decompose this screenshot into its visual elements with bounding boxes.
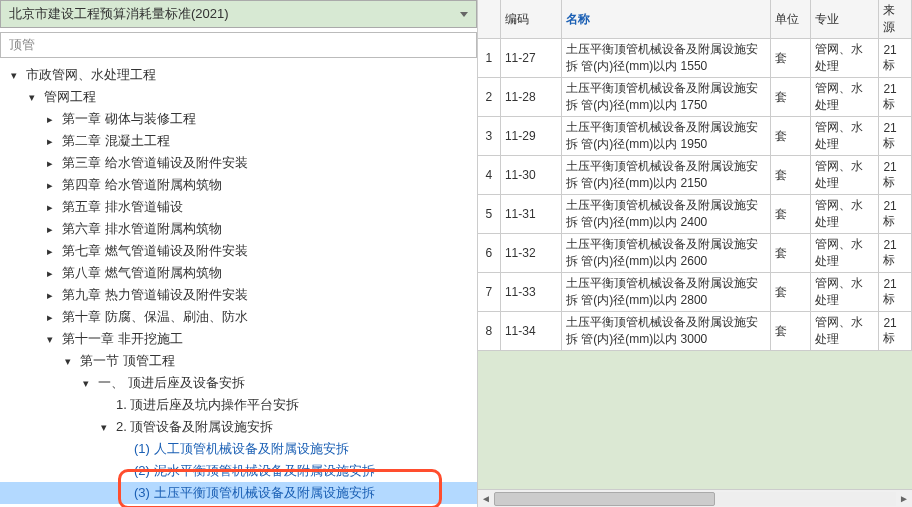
- tree-item[interactable]: ▸第十章 防腐、保温、刷油、防水: [0, 306, 477, 328]
- collapse-icon[interactable]: ▾: [62, 355, 74, 368]
- col-code[interactable]: 编码: [500, 0, 561, 39]
- expand-icon[interactable]: ▸: [44, 179, 56, 192]
- tree-item-label: 第一节 顶管工程: [78, 352, 177, 370]
- col-unit[interactable]: 单位: [770, 0, 811, 39]
- cell-idx: 8: [478, 312, 500, 351]
- cell-spec: 管网、水处理: [811, 273, 879, 312]
- collapse-icon[interactable]: ▾: [80, 377, 92, 390]
- expand-icon[interactable]: ▸: [44, 311, 56, 324]
- collapse-icon[interactable]: ▾: [26, 91, 38, 104]
- col-index[interactable]: [478, 0, 500, 39]
- search-input[interactable]: 顶管: [0, 32, 477, 58]
- tree-item[interactable]: (1) 人工顶管机械设备及附属设施安拆: [0, 438, 477, 460]
- expand-icon[interactable]: ▸: [44, 157, 56, 170]
- expand-icon[interactable]: ▸: [44, 267, 56, 280]
- expand-icon[interactable]: ▸: [44, 135, 56, 148]
- cell-spec: 管网、水处理: [811, 234, 879, 273]
- cell-name: 土压平衡顶管机械设备及附属设施安拆 管(内)径(mm)以内 1550: [561, 39, 770, 78]
- tree-item-label: 第十一章 非开挖施工: [60, 330, 185, 348]
- collapse-icon[interactable]: ▾: [98, 421, 110, 434]
- search-text: 顶管: [9, 36, 35, 54]
- tree-item[interactable]: ▸第九章 热力管道铺设及附件安装: [0, 284, 477, 306]
- results-table: 编码 名称 单位 专业 来源 111-27土压平衡顶管机械设备及附属设施安拆 管…: [478, 0, 912, 351]
- tree-item[interactable]: 1. 顶进后座及坑内操作平台安拆: [0, 394, 477, 416]
- table-row[interactable]: 711-33土压平衡顶管机械设备及附属设施安拆 管(内)径(mm)以内 2800…: [478, 273, 912, 312]
- cell-idx: 5: [478, 195, 500, 234]
- cell-name: 土压平衡顶管机械设备及附属设施安拆 管(内)径(mm)以内 2400: [561, 195, 770, 234]
- expand-icon[interactable]: ▸: [44, 289, 56, 302]
- tree-item[interactable]: (2) 泥水平衡顶管机械设备及附属设施安拆: [0, 460, 477, 482]
- cell-src: 21标: [879, 312, 912, 351]
- cell-spec: 管网、水处理: [811, 312, 879, 351]
- tree-item-label: 第八章 燃气管道附属构筑物: [60, 264, 224, 282]
- cell-idx: 2: [478, 78, 500, 117]
- tree-item[interactable]: ▾市政管网、水处理工程: [0, 64, 477, 86]
- standard-dropdown[interactable]: 北京市建设工程预算消耗量标准(2021): [0, 0, 477, 28]
- tree-item[interactable]: ▸第二章 混凝土工程: [0, 130, 477, 152]
- collapse-icon[interactable]: ▾: [44, 333, 56, 346]
- table-row[interactable]: 211-28土压平衡顶管机械设备及附属设施安拆 管(内)径(mm)以内 1750…: [478, 78, 912, 117]
- cell-spec: 管网、水处理: [811, 39, 879, 78]
- tree-item[interactable]: ▾2. 顶管设备及附属设施安拆: [0, 416, 477, 438]
- table-header-row: 编码 名称 单位 专业 来源: [478, 0, 912, 39]
- tree-item-label: 2. 顶管设备及附属设施安拆: [114, 418, 275, 436]
- tree-item[interactable]: (3) 土压平衡顶管机械设备及附属设施安拆: [0, 482, 477, 504]
- scroll-track[interactable]: [494, 492, 896, 506]
- tree-item-label: (2) 泥水平衡顶管机械设备及附属设施安拆: [132, 462, 377, 480]
- tree-item[interactable]: ▸第三章 给水管道铺设及附件安装: [0, 152, 477, 174]
- tree-item[interactable]: ▸第四章 给水管道附属构筑物: [0, 174, 477, 196]
- empty-area: [478, 351, 912, 489]
- tree-item[interactable]: ▸第七章 燃气管道铺设及附件安装: [0, 240, 477, 262]
- cell-spec: 管网、水处理: [811, 195, 879, 234]
- tree-item-label: 第一章 砌体与装修工程: [60, 110, 198, 128]
- col-src[interactable]: 来源: [879, 0, 912, 39]
- expand-icon[interactable]: ▸: [44, 201, 56, 214]
- cell-spec: 管网、水处理: [811, 78, 879, 117]
- table-row[interactable]: 811-34土压平衡顶管机械设备及附属设施安拆 管(内)径(mm)以内 3000…: [478, 312, 912, 351]
- cell-name: 土压平衡顶管机械设备及附属设施安拆 管(内)径(mm)以内 3000: [561, 312, 770, 351]
- col-spec[interactable]: 专业: [811, 0, 879, 39]
- tree-item-label: 第六章 排水管道附属构筑物: [60, 220, 224, 238]
- cell-unit: 套: [770, 156, 811, 195]
- tree-item[interactable]: ▸第八章 燃气管道附属构筑物: [0, 262, 477, 284]
- tree-item[interactable]: ▾管网工程: [0, 86, 477, 108]
- cell-unit: 套: [770, 39, 811, 78]
- cell-name: 土压平衡顶管机械设备及附属设施安拆 管(内)径(mm)以内 1750: [561, 78, 770, 117]
- cell-src: 21标: [879, 156, 912, 195]
- col-name[interactable]: 名称: [561, 0, 770, 39]
- tree-item[interactable]: ▾第一节 顶管工程: [0, 350, 477, 372]
- table-row[interactable]: 311-29土压平衡顶管机械设备及附属设施安拆 管(内)径(mm)以内 1950…: [478, 117, 912, 156]
- cell-name: 土压平衡顶管机械设备及附属设施安拆 管(内)径(mm)以内 1950: [561, 117, 770, 156]
- table-row[interactable]: 111-27土压平衡顶管机械设备及附属设施安拆 管(内)径(mm)以内 1550…: [478, 39, 912, 78]
- horizontal-scrollbar[interactable]: ◄ ►: [478, 489, 912, 507]
- table-row[interactable]: 511-31土压平衡顶管机械设备及附属设施安拆 管(内)径(mm)以内 2400…: [478, 195, 912, 234]
- expand-icon[interactable]: ▸: [44, 245, 56, 258]
- cell-src: 21标: [879, 78, 912, 117]
- cell-unit: 套: [770, 234, 811, 273]
- tree-item-label: 第九章 热力管道铺设及附件安装: [60, 286, 250, 304]
- tree-item[interactable]: ▸第一章 砌体与装修工程: [0, 108, 477, 130]
- cell-src: 21标: [879, 195, 912, 234]
- cell-name: 土压平衡顶管机械设备及附属设施安拆 管(内)径(mm)以内 2150: [561, 156, 770, 195]
- scroll-right-icon[interactable]: ►: [896, 491, 912, 507]
- tree-item-label: 一、 顶进后座及设备安拆: [96, 374, 247, 392]
- scroll-left-icon[interactable]: ◄: [478, 491, 494, 507]
- table-row[interactable]: 611-32土压平衡顶管机械设备及附属设施安拆 管(内)径(mm)以内 2600…: [478, 234, 912, 273]
- table-row[interactable]: 411-30土压平衡顶管机械设备及附属设施安拆 管(内)径(mm)以内 2150…: [478, 156, 912, 195]
- cell-code: 11-32: [500, 234, 561, 273]
- scroll-thumb[interactable]: [494, 492, 715, 506]
- expand-icon[interactable]: ▸: [44, 223, 56, 236]
- cell-unit: 套: [770, 195, 811, 234]
- cell-name: 土压平衡顶管机械设备及附属设施安拆 管(内)径(mm)以内 2800: [561, 273, 770, 312]
- tree-item[interactable]: ▸第六章 排水管道附属构筑物: [0, 218, 477, 240]
- expand-icon[interactable]: ▸: [44, 113, 56, 126]
- tree-item[interactable]: ▾第十一章 非开挖施工: [0, 328, 477, 350]
- cell-idx: 6: [478, 234, 500, 273]
- tree-item[interactable]: ▸第五章 排水管道铺设: [0, 196, 477, 218]
- collapse-icon[interactable]: ▾: [8, 69, 20, 82]
- tree-item-label: 第三章 给水管道铺设及附件安装: [60, 154, 250, 172]
- category-tree[interactable]: ▾市政管网、水处理工程▾管网工程▸第一章 砌体与装修工程▸第二章 混凝土工程▸第…: [0, 58, 477, 507]
- tree-item[interactable]: ▾一、 顶进后座及设备安拆: [0, 372, 477, 394]
- tree-item-label: 第二章 混凝土工程: [60, 132, 172, 150]
- tree-item-label: (3) 土压平衡顶管机械设备及附属设施安拆: [132, 484, 377, 502]
